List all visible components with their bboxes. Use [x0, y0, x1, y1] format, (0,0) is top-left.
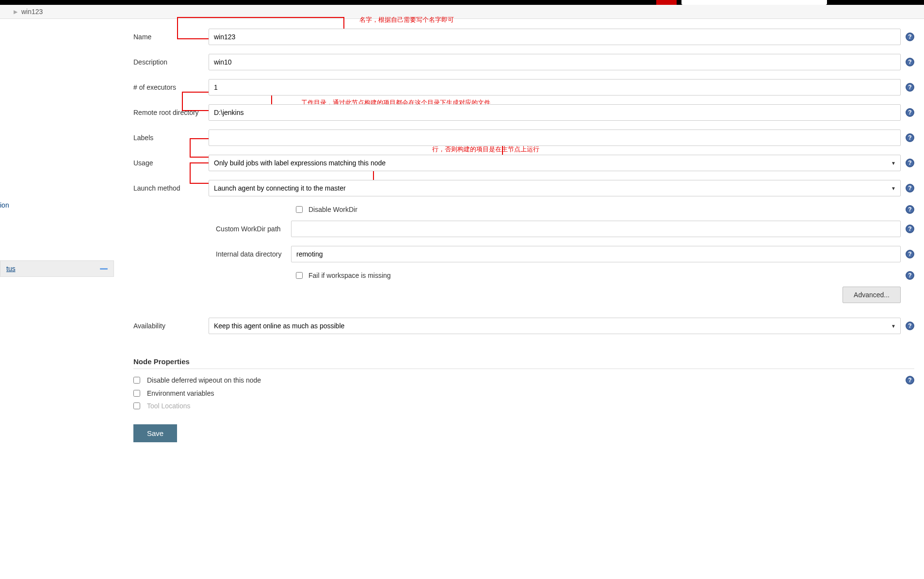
sidebar: ion tus	[0, 19, 114, 452]
name-input[interactable]	[209, 29, 901, 45]
executors-input[interactable]	[209, 79, 901, 96]
advanced-button[interactable]: Advanced...	[843, 287, 901, 303]
watermark-text: https://blog.csdn.net/u917185537	[840, 451, 919, 452]
label-remote-root: Remote root directory	[133, 109, 209, 116]
notification-badge[interactable]	[656, 0, 677, 5]
help-icon[interactable]	[906, 184, 914, 193]
np-tool-locations-checkbox[interactable]	[133, 402, 140, 409]
fail-if-missing-checkbox[interactable]	[296, 272, 303, 279]
np-env-vars-checkbox[interactable]	[133, 390, 140, 397]
label-custom-workdir: Custom WorkDir path	[216, 225, 291, 233]
help-icon[interactable]	[906, 108, 914, 117]
label-name: Name	[133, 33, 209, 41]
custom-workdir-input[interactable]	[291, 221, 901, 237]
help-icon[interactable]	[906, 32, 914, 41]
label-executors: # of executors	[133, 83, 209, 91]
label-usage: Usage	[133, 159, 209, 167]
np-item-label: Environment variables	[147, 389, 214, 397]
help-icon[interactable]	[906, 376, 914, 385]
help-icon[interactable]	[906, 58, 914, 66]
annotation-name-note: 名字，根据自己需要写个名字即可	[359, 16, 454, 24]
minus-icon[interactable]	[100, 268, 108, 270]
node-properties-header: Node Properties	[133, 357, 914, 369]
np-disable-wipeout-checkbox[interactable]	[133, 377, 140, 384]
remote-root-input[interactable]	[209, 104, 901, 121]
help-icon[interactable]	[906, 205, 914, 214]
help-icon[interactable]	[906, 271, 914, 280]
labels-input[interactable]	[209, 129, 901, 146]
sidebar-status-box: tus	[0, 260, 114, 277]
label-fail-if-missing: Fail if workspace is missing	[308, 272, 391, 279]
label-internal-data-dir: Internal data directory	[216, 250, 291, 258]
breadcrumb-separator-icon: ▶	[14, 9, 17, 15]
usage-select[interactable]: Only build jobs with label expressions m…	[209, 155, 901, 171]
label-description: Description	[133, 58, 209, 66]
label-labels: Labels	[133, 134, 209, 142]
description-input[interactable]	[209, 54, 901, 70]
np-item-label: Disable deferred wipeout on this node	[147, 376, 261, 384]
help-icon[interactable]	[906, 159, 914, 167]
internal-data-dir-input[interactable]	[291, 246, 901, 262]
disable-workdir-checkbox[interactable]	[296, 206, 303, 213]
sidebar-link-1[interactable]: ion	[0, 198, 114, 212]
save-button[interactable]: Save	[133, 424, 177, 442]
help-icon[interactable]	[906, 133, 914, 142]
sidebar-link-2[interactable]: tus	[6, 265, 16, 273]
help-icon[interactable]	[906, 225, 914, 233]
header-bar	[0, 0, 924, 5]
availability-select[interactable]: Keep this agent online as much as possib…	[209, 318, 901, 334]
breadcrumb-current[interactable]: win123	[21, 8, 43, 16]
breadcrumb: ▶ win123	[0, 5, 924, 19]
annotation-usage-note-2: 行，否则构建的项目是在主节点上运行	[432, 145, 539, 154]
label-availability: Availability	[133, 322, 209, 330]
launch-method-select[interactable]: Launch agent by connecting it to the mas…	[209, 180, 901, 196]
label-disable-workdir: Disable WorkDir	[308, 206, 357, 213]
help-icon[interactable]	[906, 250, 914, 258]
main-content: 名字，根据自己需要写个名字即可 工作目录，通过此节点构建的项目都会在这个目录下生…	[114, 19, 924, 452]
label-launch-method: Launch method	[133, 184, 209, 192]
search-box[interactable]	[681, 0, 827, 5]
np-item-label: Tool Locations	[147, 402, 191, 410]
help-icon[interactable]	[906, 83, 914, 92]
help-icon[interactable]	[906, 322, 914, 330]
